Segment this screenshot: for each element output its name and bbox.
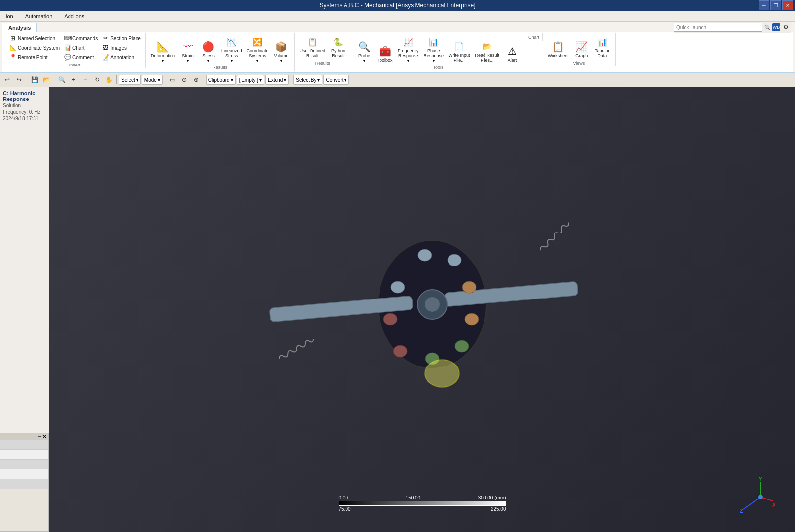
tb-zoom-in[interactable]: + bbox=[68, 74, 79, 85]
scale-label-0: 0.00 bbox=[339, 495, 348, 500]
tb-lasso[interactable]: ⊙ bbox=[179, 74, 190, 85]
viewport[interactable]: 0.00 150.00 300.00 (mm) 75.00 225.00 Z bbox=[49, 87, 795, 532]
empty-dropdown[interactable]: [ Empty ] ▾ bbox=[237, 75, 264, 85]
strain-button[interactable]: 〰 Strain ▾ bbox=[178, 39, 198, 64]
volume-icon: 📦 bbox=[275, 40, 288, 54]
user-defined-result-button[interactable]: 📋 User DefinedResult bbox=[298, 34, 328, 60]
menu-item-ion[interactable]: ion bbox=[2, 12, 17, 20]
settings-icon[interactable]: ⚙ bbox=[780, 22, 791, 33]
close-button[interactable]: ✕ bbox=[782, 0, 793, 10]
section-plane-label: Section Plane bbox=[110, 36, 141, 41]
graph-view-icon: 📈 bbox=[575, 40, 588, 54]
restore-button[interactable]: ❐ bbox=[770, 0, 781, 10]
read-result-button[interactable]: 📂 Read ResultFiles... bbox=[473, 38, 501, 64]
ribbon-group-tools: 🔍 Probe ▾ 🧰 Toolbox 📈 FrequencyResponse … bbox=[351, 33, 525, 71]
deformation-button[interactable]: 📐 Deformation ▾ bbox=[149, 39, 177, 64]
comment-button[interactable]: 💬 Comment bbox=[62, 53, 99, 62]
worksheet-button[interactable]: 📋 Worksheet bbox=[546, 39, 571, 60]
tb-zoom-all[interactable]: 🔍 bbox=[56, 74, 67, 85]
named-selection-button[interactable]: ⊞ Named Selection bbox=[7, 34, 61, 43]
tb-rotate[interactable]: ↻ bbox=[92, 74, 103, 85]
empty-label: [ Empty ] bbox=[239, 77, 258, 83]
read-result-label: Read ResultFiles... bbox=[475, 53, 499, 63]
results-items: 📐 Deformation ▾ 〰 Strain ▾ 🔴 Stress ▾ 📉 … bbox=[149, 34, 291, 64]
scale-label-75: 75.00 bbox=[339, 506, 351, 512]
tb-undo[interactable]: ↩ bbox=[2, 74, 13, 85]
coordinate-systems-button[interactable]: 🔀 CoordinateSystems ▾ bbox=[244, 34, 270, 64]
sp-minimize[interactable]: ─ bbox=[38, 434, 41, 439]
ribbon-tab-analysis[interactable]: Analysis bbox=[2, 23, 37, 32]
tb-pan[interactable]: ✋ bbox=[104, 74, 114, 85]
phase-response-arrow: ▾ bbox=[433, 59, 435, 63]
model-container[interactable]: 0.00 150.00 300.00 (mm) 75.00 225.00 Z bbox=[49, 87, 795, 532]
stress-arrow: ▾ bbox=[207, 59, 209, 63]
toolbox-button[interactable]: 🧰 Toolbox bbox=[375, 43, 395, 64]
insert-items: ⊞ Named Selection 📐 Coordinate System 📍 … bbox=[7, 34, 142, 62]
tb-zoom-out[interactable]: − bbox=[80, 74, 91, 85]
menu-item-automation[interactable]: Automation bbox=[21, 12, 57, 20]
user-defined-label: User DefinedResult bbox=[300, 49, 326, 59]
tb-brush[interactable]: ⊕ bbox=[191, 74, 202, 85]
main-area: C: Harmonic Response Solution Frequency:… bbox=[0, 87, 795, 532]
tb-box-select[interactable]: ▭ bbox=[167, 74, 178, 85]
tb-open[interactable]: 📂 bbox=[41, 74, 52, 85]
graph-view-label: Graph bbox=[575, 54, 588, 59]
window-controls: ─ ❐ ✕ bbox=[759, 0, 793, 11]
phase-response-label: PhaseResponse bbox=[424, 49, 444, 59]
axes-svg: Z X Y bbox=[736, 477, 775, 517]
ribbon-group-views: 📋 Worksheet 📈 Graph 📊 TabularData Views bbox=[543, 33, 616, 66]
python-result-button[interactable]: 🐍 PythonResult bbox=[328, 34, 348, 60]
convert-dropdown[interactable]: Convert ▾ bbox=[323, 75, 349, 85]
probe-arrow: ▾ bbox=[363, 59, 365, 63]
tb-redo[interactable]: ↪ bbox=[14, 74, 25, 85]
phase-response-button[interactable]: 📊 PhaseResponse ▾ bbox=[422, 34, 446, 64]
frequency-response-button[interactable]: 📈 FrequencyResponse ▾ bbox=[396, 34, 421, 64]
alert-icon: ⚠ bbox=[505, 44, 519, 58]
tb-sep6 bbox=[291, 75, 291, 84]
annotation-button[interactable]: 📝 Annotation bbox=[100, 53, 142, 62]
coordinate-system-label: Coordinate System bbox=[18, 45, 60, 51]
coordinate-axes: Z X Y bbox=[736, 477, 775, 517]
coordinate-systems-label: CoordinateSystems bbox=[246, 49, 268, 59]
tb-save[interactable]: 💾 bbox=[29, 74, 40, 85]
quick-launch-input[interactable] bbox=[674, 23, 762, 32]
remote-point-icon: 📍 bbox=[9, 53, 17, 61]
coordinate-system-button[interactable]: 📐 Coordinate System bbox=[7, 43, 61, 52]
annotation-icon: 📝 bbox=[102, 53, 109, 61]
menu-item-addons[interactable]: Add-ons bbox=[60, 12, 88, 20]
user-defined-items: 📋 User DefinedResult 🐍 PythonResult bbox=[298, 34, 348, 60]
select-dropdown[interactable]: Select ▾ bbox=[119, 75, 141, 85]
mode-dropdown[interactable]: Mode ▾ bbox=[142, 75, 163, 85]
linearized-stress-button[interactable]: 📉 LinearizedStress ▾ bbox=[219, 34, 244, 64]
read-result-icon: 📂 bbox=[480, 39, 494, 53]
user-defined-icon: 📋 bbox=[306, 35, 319, 49]
clipboard-dropdown[interactable]: Clipboard ▾ bbox=[206, 75, 236, 85]
write-input-button[interactable]: 📄 Write InputFile... bbox=[447, 38, 472, 64]
tb-sep2 bbox=[54, 75, 54, 84]
chart-label: Chart bbox=[72, 45, 84, 51]
graph-view-button[interactable]: 📈 Graph bbox=[572, 39, 591, 60]
minimize-button[interactable]: ─ bbox=[759, 0, 769, 10]
wb-icon[interactable]: WB bbox=[772, 23, 780, 31]
sp-row-5 bbox=[0, 479, 48, 489]
volume-button[interactable]: 📦 Volume ▾ bbox=[272, 39, 291, 64]
remote-point-button[interactable]: 📍 Remote Point bbox=[7, 53, 61, 62]
chart-button[interactable]: 📊 Chart bbox=[62, 43, 99, 52]
probe-button[interactable]: 🔍 Probe ▾ bbox=[354, 39, 374, 64]
sp-close[interactable]: ✕ bbox=[42, 434, 46, 439]
frequency-response-icon: 📈 bbox=[401, 35, 415, 49]
extend-label: Extend bbox=[268, 77, 283, 83]
tabular-data-button[interactable]: 📊 TabularData bbox=[592, 34, 612, 60]
extend-dropdown[interactable]: Extend ▾ bbox=[265, 75, 289, 85]
section-plane-button[interactable]: ✂ Section Plane bbox=[100, 34, 142, 43]
images-button[interactable]: 🖼 Images bbox=[100, 43, 142, 52]
linearized-stress-icon: 📉 bbox=[225, 35, 239, 49]
scale-label-300: 300.00 (mm) bbox=[478, 495, 506, 500]
select-by-dropdown[interactable]: Select By ▾ bbox=[293, 75, 322, 85]
frequency-response-label: FrequencyResponse bbox=[398, 49, 419, 59]
commands-button[interactable]: ⌨ Commands bbox=[62, 34, 99, 43]
alert-button[interactable]: ⚠ Alert bbox=[502, 43, 522, 64]
sp-row-3 bbox=[0, 460, 48, 469]
stress-button[interactable]: 🔴 Stress ▾ bbox=[199, 39, 218, 64]
stress-icon: 🔴 bbox=[202, 40, 215, 54]
